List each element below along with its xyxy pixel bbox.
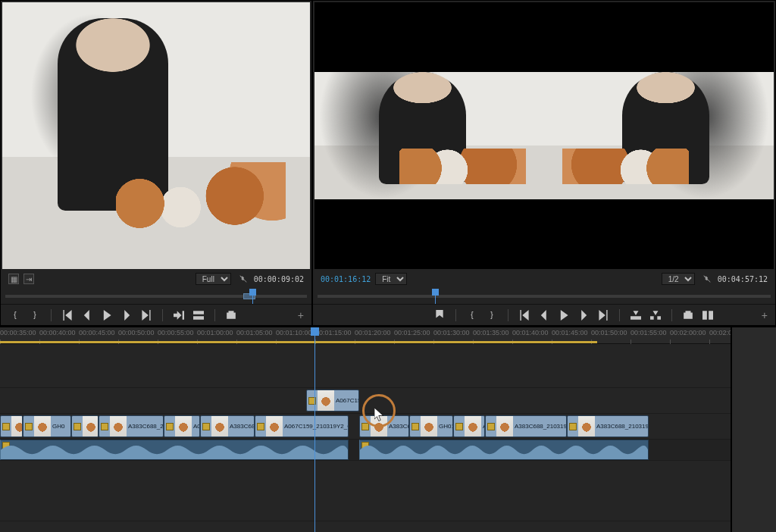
program-scrub-bar[interactable] — [318, 289, 771, 304]
program-duration-timecode[interactable]: 00:04:57:12 — [718, 275, 768, 283]
clip-label: A067C159_2 — [336, 397, 359, 404]
program-current-timecode[interactable]: 00:01:16:12 — [321, 275, 371, 283]
fx-badge-icon — [166, 423, 174, 430]
play-icon[interactable] — [100, 308, 114, 322]
video-clip[interactable]: A067C1 — [164, 415, 200, 437]
ruler-tick: 00:01:25:00 — [394, 329, 430, 336]
video-clip[interactable]: A067C1 — [453, 415, 485, 437]
ruler-tick: 00:01:40:00 — [512, 329, 549, 336]
ruler-tick: 00:02:00:00 — [670, 329, 706, 336]
audio-clip[interactable] — [0, 440, 349, 460]
ruler-tick: 00:02:05:00 — [709, 329, 731, 336]
go-to-in-icon[interactable] — [61, 308, 74, 322]
ruler-tick: 00:01:50:00 — [591, 329, 627, 336]
ruler-tick: 00:00:50:00 — [118, 329, 155, 336]
timeline-tracks[interactable]: 00:00:35:0000:00:40:0000:00:45:0000:00:5… — [0, 327, 731, 532]
source-scrub-head[interactable] — [252, 289, 253, 304]
source-monitor-panel: ▦ ⇥ Full 00:00:09:02 { } — [0, 0, 312, 326]
go-to-in-icon[interactable] — [518, 308, 531, 322]
mark-out-icon[interactable]: } — [28, 308, 42, 322]
step-back-icon[interactable] — [80, 308, 94, 322]
video-clip[interactable]: A383C688_210 — [200, 415, 255, 437]
program-zoom-select[interactable]: Fit — [375, 273, 407, 285]
extract-icon[interactable] — [649, 308, 662, 322]
export-frame-icon[interactable] — [681, 308, 695, 322]
clip-thumbnail — [465, 416, 481, 437]
fx-badge-icon — [202, 423, 210, 430]
ruler-tick: 00:01:05:00 — [236, 329, 273, 336]
source-scrub-bar[interactable] — [5, 289, 307, 304]
play-icon[interactable] — [557, 308, 571, 322]
track-v2[interactable]: A067C159_2 — [0, 388, 731, 414]
ruler-tick: 00:00:55:00 — [158, 329, 194, 336]
video-clip[interactable] — [0, 415, 23, 437]
button-editor-icon[interactable]: + — [762, 309, 768, 321]
comparison-view-icon[interactable] — [701, 308, 715, 322]
mark-in-icon[interactable]: { — [8, 308, 22, 322]
clip-label: A383C688_210 — [230, 423, 255, 430]
monitor-row: ▦ ⇥ Full 00:00:09:02 { } — [0, 0, 776, 326]
clip-label: GH010008 M — [439, 423, 453, 430]
ruler-tick: 00:01:35:00 — [473, 329, 509, 336]
mark-out-icon[interactable]: } — [485, 308, 499, 322]
fx-badge-icon — [411, 423, 419, 430]
timeline-playhead[interactable] — [314, 327, 315, 532]
video-only-drag-icon[interactable]: ▦ — [8, 274, 19, 284]
video-clip[interactable]: A067C159 — [71, 415, 99, 437]
add-marker-icon[interactable] — [433, 308, 446, 322]
clip-thumbnail — [318, 390, 334, 411]
ruler-tick: 00:01:55:00 — [630, 329, 667, 336]
track-v1[interactable]: GH0A067C159A383C688_210319YUA067C1A383C6… — [0, 414, 731, 440]
clip-thumbnail — [175, 416, 192, 437]
video-clip[interactable]: A067C159_210319Y2_CA — [255, 415, 349, 437]
source-timecode[interactable]: 00:00:09:02 — [254, 275, 304, 283]
clip-thumbnail — [11, 416, 23, 437]
fx-badge-icon — [101, 423, 108, 430]
settings-icon[interactable] — [236, 272, 249, 286]
timeline-panel: 00:00:35:0000:00:40:0000:00:45:0000:00:5… — [0, 326, 776, 532]
fx-badge-icon — [74, 423, 81, 430]
ruler-tick: 00:01:00:00 — [197, 329, 233, 336]
source-info-bar: ▦ ⇥ Full 00:00:09:02 — [1, 271, 311, 287]
clip-label: A067C159_210319Y2_CA — [284, 423, 349, 430]
go-to-out-icon[interactable] — [596, 308, 610, 322]
source-zoom-select[interactable]: Full — [196, 273, 231, 285]
clip-thumbnail — [578, 416, 595, 437]
button-editor-icon[interactable]: + — [298, 309, 304, 321]
clip-thumbnail — [266, 416, 283, 437]
audio-only-drag-icon[interactable]: ⇥ — [23, 274, 34, 284]
track-a1[interactable] — [0, 440, 731, 461]
program-scrub-head[interactable] — [435, 289, 436, 304]
video-clip[interactable]: GH0 — [23, 415, 71, 437]
go-to-out-icon[interactable] — [139, 308, 153, 322]
track-v3-empty[interactable] — [0, 344, 731, 388]
time-ruler[interactable]: 00:00:35:0000:00:40:0000:00:45:0000:00:5… — [0, 327, 731, 344]
mark-in-icon[interactable]: { — [465, 308, 479, 322]
step-fwd-icon[interactable] — [120, 308, 133, 322]
lift-icon[interactable] — [629, 308, 643, 322]
clip-label: A383C688_210319YU_CANO — [596, 423, 649, 430]
settings-icon[interactable] — [699, 272, 713, 286]
clip-thumbnail — [34, 416, 51, 437]
audio-clip[interactable] — [359, 440, 649, 460]
video-clip[interactable]: A383C688_21 — [359, 415, 409, 437]
step-fwd-icon[interactable] — [577, 308, 590, 322]
ruler-tick: 00:01:20:00 — [355, 329, 391, 336]
export-frame-icon[interactable] — [224, 308, 238, 322]
video-clip[interactable]: A383C688_210319YU — [99, 415, 164, 437]
step-back-icon[interactable] — [537, 308, 551, 322]
ruler-tick: 00:01:15:00 — [315, 329, 352, 336]
ruler-tick: 00:00:35:00 — [0, 329, 36, 336]
overwrite-icon[interactable] — [192, 308, 205, 322]
program-viewer[interactable] — [314, 2, 774, 269]
playback-resolution-select[interactable]: 1/2 — [662, 273, 695, 285]
track-a2-empty[interactable] — [0, 461, 731, 521]
insert-icon[interactable] — [172, 308, 186, 322]
video-clip[interactable]: A383C688_210319YU_CANO — [567, 415, 649, 437]
video-clip[interactable]: GH010008 M — [409, 415, 453, 437]
clip-thumbnail — [211, 416, 228, 437]
program-monitor-panel: 00:01:16:12 Fit 1/2 00:04:57:12 — [312, 0, 776, 326]
clip-label: A383C688_21 — [389, 423, 409, 430]
video-clip[interactable]: A383C688_210319YU_CANON — [485, 415, 567, 437]
source-viewer[interactable] — [2, 2, 310, 269]
